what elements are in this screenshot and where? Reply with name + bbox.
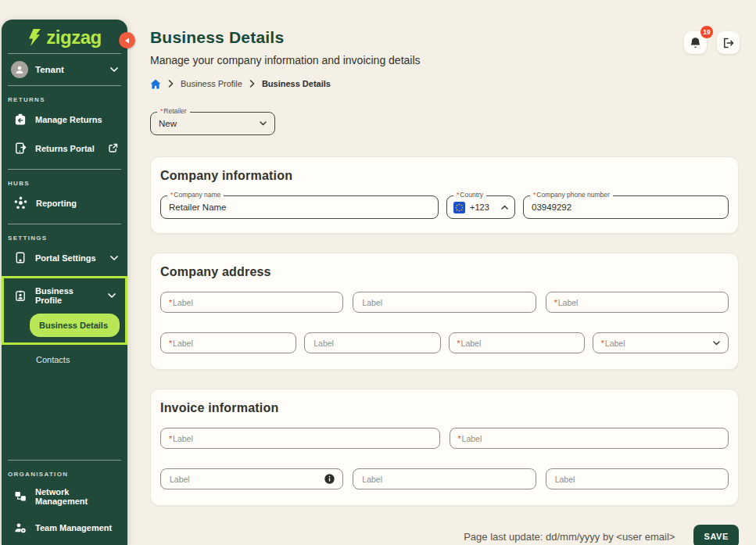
page-subtitle: Manage your company information and invo… xyxy=(150,54,739,67)
save-button[interactable]: SAVE xyxy=(693,525,739,545)
sidebar-item-label: Reporting xyxy=(36,199,77,208)
sidebar-item-reporting[interactable]: Reporting xyxy=(2,188,127,217)
dial-code: +123 xyxy=(470,203,489,212)
sidebar: zigzag Tenant RETURNS Manage Returns Ret… xyxy=(2,20,127,545)
placeholder: *Label xyxy=(457,339,482,348)
placeholder: Label xyxy=(361,475,382,484)
chevron-down-icon xyxy=(713,341,720,346)
notifications-badge: 19 xyxy=(700,26,713,38)
caret-left-icon xyxy=(124,38,130,44)
sidebar-item-business-profile[interactable]: Business Profile xyxy=(4,278,125,313)
company-address-card: Company address *Label Label *Label *Lab… xyxy=(150,253,739,370)
returns-portal-icon xyxy=(14,142,27,155)
company-info-fields: *Company name Retailer Name *Country +12… xyxy=(160,195,729,219)
breadcrumb: Business Profile Business Details xyxy=(150,78,739,89)
sidebar-subitem-contacts[interactable]: Contacts xyxy=(2,345,127,371)
logo: zigzag xyxy=(2,20,127,53)
breadcrumb-item[interactable]: Business Profile xyxy=(181,78,242,89)
chevron-down-icon xyxy=(110,67,118,72)
company-phone-value: 03949292 xyxy=(532,203,571,212)
breadcrumb-current: Business Details xyxy=(262,78,331,89)
sidebar-item-label: Manage Returns xyxy=(35,115,102,124)
invoice-field-4[interactable]: Label xyxy=(353,468,536,489)
card-title: Company information xyxy=(160,168,729,183)
sidebar-item-label: Network Management xyxy=(35,487,118,506)
invoice-row-1: *Label *Label xyxy=(160,428,729,449)
bell-icon xyxy=(690,37,701,49)
portal-settings-icon xyxy=(14,251,27,264)
section-label-settings: SETTINGS xyxy=(2,224,127,243)
external-link-icon xyxy=(108,143,118,153)
address-field-3[interactable]: *Label xyxy=(546,292,729,313)
placeholder: *Label xyxy=(458,434,482,443)
company-information-card: Company information *Company name Retail… xyxy=(150,156,739,234)
invoice-field-1[interactable]: *Label xyxy=(160,428,440,449)
home-icon[interactable] xyxy=(150,79,161,89)
retailer-value: New xyxy=(159,119,177,128)
chevron-down-icon xyxy=(110,256,118,260)
card-title: Invoice information xyxy=(160,400,729,415)
sidebar-item-portal-settings[interactable]: Portal Settings xyxy=(2,243,127,272)
team-management-icon xyxy=(14,522,27,534)
placeholder: Label xyxy=(554,475,575,484)
address-field-4[interactable]: *Label xyxy=(160,332,296,353)
logout-icon xyxy=(722,38,734,48)
sidebar-item-team-management[interactable]: Team Management xyxy=(2,514,127,542)
company-phone-field[interactable]: *Company phone number 03949292 xyxy=(523,195,729,219)
placeholder: *Label xyxy=(169,434,193,443)
invoice-field-2[interactable]: *Label xyxy=(450,428,729,449)
notifications-button[interactable]: 19 xyxy=(684,31,707,54)
business-profile-icon xyxy=(14,289,27,303)
retailer-select[interactable]: *Retailer New xyxy=(150,112,275,135)
main-content: 19 Business Details Manage your company … xyxy=(127,0,756,545)
invoice-field-3[interactable]: Label xyxy=(160,468,343,489)
address-field-1[interactable]: *Label xyxy=(160,292,343,313)
address-field-2[interactable]: Label xyxy=(353,292,536,313)
sidebar-item-label: Returns Portal xyxy=(35,144,95,153)
field-label: *Company name xyxy=(167,191,224,199)
address-field-6[interactable]: *Label xyxy=(449,332,585,353)
chevron-down-icon xyxy=(260,121,267,126)
sidebar-item-returns-portal[interactable]: Returns Portal xyxy=(2,134,127,163)
breadcrumb-chevron-icon xyxy=(168,80,174,88)
logo-text: zigzag xyxy=(46,28,101,47)
sidebar-subitem-business-details[interactable]: Business Details xyxy=(30,314,120,337)
sidebar-item-label: Business Profile xyxy=(35,286,99,305)
placeholder: *Label xyxy=(169,298,193,307)
info-icon[interactable] xyxy=(324,474,335,484)
sidebar-bottom-group: ORGANISATION Network Management Team Man… xyxy=(2,460,127,545)
field-label: *Country xyxy=(453,191,486,199)
logout-button[interactable] xyxy=(717,31,740,54)
placeholder: *Label xyxy=(601,339,625,348)
invoice-row-2: Label Label Label xyxy=(160,468,729,489)
placeholder: Label xyxy=(313,339,334,348)
section-label-hubs: HUBS xyxy=(2,170,127,188)
placeholder: *Label xyxy=(169,339,193,348)
tenant-menu[interactable]: Tenant xyxy=(2,54,127,85)
sidebar-item-label: Portal Settings xyxy=(35,253,96,263)
sidebar-item-network-management[interactable]: Network Management xyxy=(2,479,127,514)
network-management-icon xyxy=(14,490,27,503)
header-actions: 19 xyxy=(684,31,740,54)
invoice-field-5[interactable]: Label xyxy=(546,468,729,489)
last-update-note: Page last update: dd/mm/yyyy by <user em… xyxy=(464,531,675,543)
country-select[interactable]: *Country +123 xyxy=(446,195,515,219)
sidebar-collapse-button[interactable] xyxy=(119,32,135,48)
sidebar-spacer xyxy=(2,371,127,460)
address-select-7[interactable]: *Label xyxy=(593,332,729,353)
field-label: *Company phone number xyxy=(530,191,613,199)
company-name-field[interactable]: *Company name Retailer Name xyxy=(160,195,439,219)
page-title: Business Details xyxy=(150,0,739,47)
chevron-up-icon xyxy=(501,205,508,210)
section-label-returns: RETURNS xyxy=(2,86,127,105)
manage-returns-icon xyxy=(14,113,27,126)
tenant-avatar-icon xyxy=(11,61,28,78)
tenant-label: Tenant xyxy=(35,65,64,74)
sidebar-item-label: Team Management xyxy=(35,523,112,532)
address-field-5[interactable]: Label xyxy=(304,332,440,353)
card-title: Company address xyxy=(160,264,729,279)
section-label-organisation: ORGANISATION xyxy=(2,461,127,479)
placeholder: *Label xyxy=(554,298,579,307)
sidebar-item-manage-returns[interactable]: Manage Returns xyxy=(2,105,127,134)
reporting-hub-icon xyxy=(14,196,27,210)
